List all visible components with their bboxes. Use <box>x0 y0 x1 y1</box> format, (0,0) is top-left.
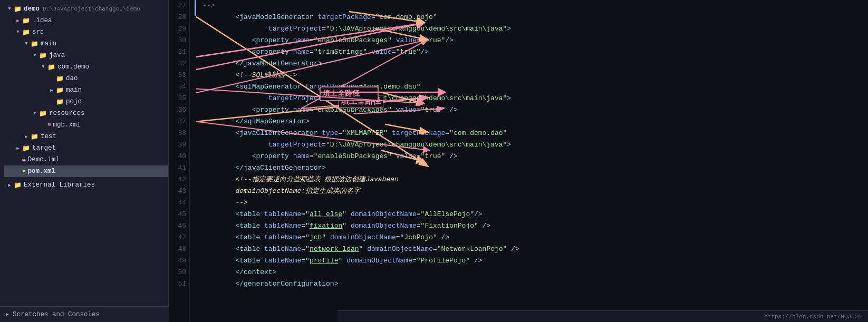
expand-arrow-scratches <box>4 311 11 318</box>
blog-link: https://blog.csdn.net/HQJ520 <box>764 314 862 320</box>
code-line-50: </context> <box>202 267 862 278</box>
sidebar-item-dao[interactable]: 📁 dao <box>4 73 168 84</box>
line-num-35: 35 <box>172 93 186 104</box>
scratches-and-consoles[interactable]: Scratches and Consoles <box>0 306 169 322</box>
code-line-43: domainObjectName:指定生成类的名字 <box>202 186 862 197</box>
line-num-49: 49 <box>172 255 186 267</box>
pom-file-icon: ▼ <box>22 168 26 174</box>
line-num-39: 39 <box>172 139 186 151</box>
file-tree: 📁 demo D:\JAVAproject\changgou\demo 📁 .i… <box>0 0 168 322</box>
line-numbers: 27 28 29 30 31 32 33 34 35 36 37 38 39 4… <box>169 0 190 322</box>
code-line-30: <property name="enableSubPackages" value… <box>202 35 862 46</box>
line-num-43: 43 <box>172 186 186 197</box>
xml-file-icon-mgb: ≡ <box>47 122 51 128</box>
folder-icon-target: 📁 <box>22 144 30 152</box>
expand-arrow-com-demo <box>40 64 46 70</box>
line-num-51: 51 <box>172 278 186 290</box>
line-num-37: 37 <box>172 116 186 128</box>
code-line-35: targetProject="D:\JAVAproject\changgou\d… <box>202 93 862 104</box>
expand-arrow-resources <box>32 110 38 116</box>
expand-arrow-test <box>23 133 30 140</box>
editor-content: 27 28 29 30 31 32 33 34 35 36 37 38 39 4… <box>169 0 868 322</box>
code-area[interactable]: 填上全路径 --> <javaModelGenerator targetPack… <box>196 0 868 322</box>
sidebar-item-external-libraries[interactable]: 📁 External Libraries <box>4 179 168 191</box>
folder-icon-main2: 📁 <box>56 86 64 94</box>
sidebar-item-target[interactable]: 📁 target <box>4 142 168 154</box>
folder-icon-java: 📁 <box>39 52 47 60</box>
sidebar-item-mgb-xml[interactable]: ≡ mgb.xml <box>4 119 168 131</box>
sidebar-label-resources: resources <box>49 110 85 117</box>
sidebar-item-pojo[interactable]: 📁 pojo <box>4 96 168 108</box>
line-num-30: 30 <box>172 35 186 46</box>
sidebar-label-pom: pom.xml <box>28 168 56 175</box>
sidebar-item-java[interactable]: 📁 java <box>4 50 168 61</box>
code-line-46: <table tableName="fixation" domainObject… <box>202 220 862 232</box>
sidebar-item-main2[interactable]: 📁 main <box>4 84 168 96</box>
code-line-41: </javaClientGenerator> <box>202 162 862 174</box>
scroll-gutter[interactable] <box>190 0 196 322</box>
line-num-50: 50 <box>172 267 186 278</box>
editor: 27 28 29 30 31 32 33 34 35 36 37 38 39 4… <box>169 0 868 322</box>
code-line-27: --> <box>202 0 862 12</box>
sidebar-item-idea[interactable]: 📁 .idea <box>4 15 168 26</box>
sidebar-label-mgb: mgb.xml <box>53 121 81 129</box>
expand-arrow-java <box>32 52 38 58</box>
sidebar-label-target: target <box>32 144 56 152</box>
code-line-38: <javaClientGenerator type="XMLMAPPER" ta… <box>202 128 862 139</box>
folder-icon-demo: 📁 <box>14 5 22 13</box>
sidebar-item-src[interactable]: 📁 src <box>4 26 168 38</box>
sidebar-item-resources[interactable]: 📁 resources <box>4 108 168 119</box>
line-num-42: 42 <box>172 174 186 186</box>
folder-icon-resources: 📁 <box>39 110 47 118</box>
code-line-29: targetProject="D:\JAVAproject\changgou\d… <box>202 23 862 35</box>
code-line-32: </javaModelGenerator> <box>202 58 862 70</box>
expand-arrow-main2 <box>49 87 55 93</box>
sidebar-label-test: test <box>41 133 56 140</box>
folder-icon-main: 📁 <box>31 40 38 48</box>
status-bar: https://blog.csdn.net/HQJ520 <box>337 310 868 322</box>
line-num-31: 31 <box>172 46 186 58</box>
sidebar-item-test[interactable]: 📁 test <box>4 131 168 142</box>
sidebar-label-ext-libs: External Libraries <box>24 181 95 189</box>
sidebar-item-main[interactable]: 📁 main <box>4 38 168 50</box>
line-num-36: 36 <box>172 104 186 116</box>
code-line-44: --> <box>202 197 862 209</box>
folder-icon-test: 📁 <box>31 133 38 141</box>
expand-arrow-target <box>15 145 21 151</box>
annotation-fill-path: 填上全路径 <box>339 95 383 108</box>
code-line-37: </sqlMapGenerator> <box>202 116 862 128</box>
code-line-49: <table tableName="profile" domainObjectN… <box>202 255 862 267</box>
sidebar-item-demo[interactable]: 📁 demo D:\JAVAproject\changgou\demo <box>4 3 168 15</box>
folder-icon-dao: 📁 <box>56 75 64 83</box>
expand-arrow-src <box>15 29 21 35</box>
sidebar-label-dao: dao <box>66 75 78 82</box>
line-num-47: 47 <box>172 232 186 243</box>
line-num-38: 38 <box>172 128 186 139</box>
sidebar-label-src: src <box>32 28 44 36</box>
sidebar-label-idea: .idea <box>32 17 52 24</box>
code-line-40: <property name="enableSubPackages" value… <box>202 151 862 162</box>
code-line-36: <property name="enableSubPackages" value… <box>202 104 862 116</box>
code-line-47: <table tableName="jcb" domainObjectName=… <box>202 232 862 243</box>
code-line-45: <table tableName="all_else" domainObject… <box>202 209 862 220</box>
line-num-40: 40 <box>172 151 186 162</box>
sidebar-label-pojo: pojo <box>66 98 82 105</box>
sidebar-item-pom-xml[interactable]: ▼ pom.xml <box>4 165 168 177</box>
line-num-41: 41 <box>172 162 186 174</box>
sidebar-label-demo-iml: Demo.iml <box>28 156 60 163</box>
folder-icon-idea: 📁 <box>22 17 30 25</box>
sidebar-label-main: main <box>41 40 56 47</box>
code-line-42: <!--指定要逆向分些那些表 根据这边创建Javabean <box>202 174 862 186</box>
sidebar-item-com-demo[interactable]: 📁 com.demo <box>4 61 168 73</box>
code-line-51: </generatorConfiguration> <box>202 278 862 290</box>
line-num-28: 28 <box>172 12 186 23</box>
expand-arrow-idea <box>15 17 21 24</box>
expand-arrow-ext-libs <box>6 182 13 188</box>
line-num-45: 45 <box>172 209 186 220</box>
line-num-27: 27 <box>172 0 186 12</box>
sidebar-item-demo-iml[interactable]: ◉ Demo.iml <box>4 154 168 165</box>
line-num-32: 32 <box>172 58 186 70</box>
code-line-48: <table tableName="network_loan" domainOb… <box>202 243 862 255</box>
sidebar-label-com-demo: com.demo <box>57 63 89 71</box>
folder-icon-src: 📁 <box>22 28 30 36</box>
